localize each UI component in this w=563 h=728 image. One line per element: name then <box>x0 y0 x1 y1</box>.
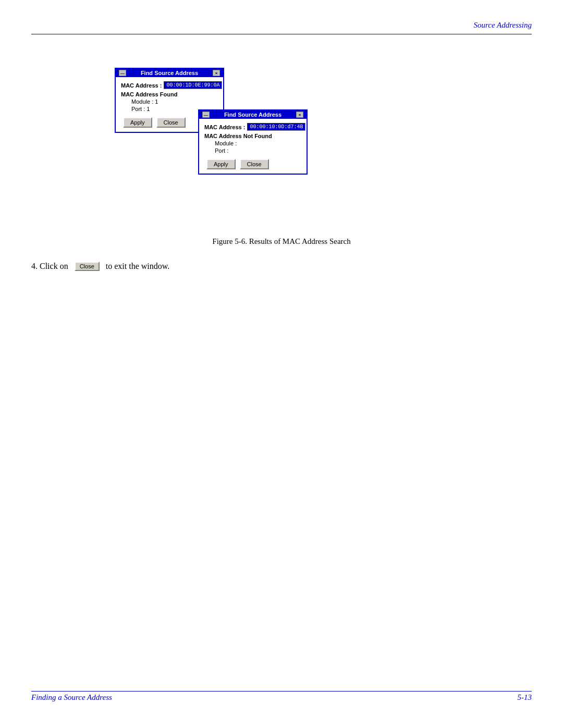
dialog-1-mac-value: 00:00:1D:0E:99:0A <box>164 81 222 89</box>
dialog-2-close-btn[interactable]: × <box>296 112 303 118</box>
dialog-2-controls: — <box>202 112 210 118</box>
dialog-1-close-button[interactable]: Close <box>156 117 186 128</box>
dialog-2-port: Port : <box>215 147 301 154</box>
dialog-1-mac-label: MAC Address : <box>121 82 162 89</box>
dialog-2-mac-label: MAC Address : <box>204 124 245 130</box>
dialog-1-status: MAC Address Found <box>121 91 218 97</box>
content-area: — Find Source Address × MAC Address : 00… <box>31 47 532 271</box>
dialog-2-body: MAC Address : 00:00:10:0D:d7:4B MAC Addr… <box>199 119 307 174</box>
dialog-1-module: Module : 1 <box>131 98 218 105</box>
dialog-1-controls: — <box>119 70 126 76</box>
dialog-1-apply-button[interactable]: Apply <box>123 117 152 128</box>
dialog-2-minimize-btn[interactable]: — <box>202 112 210 118</box>
figures-container: — Find Source Address × MAC Address : 00… <box>31 63 532 229</box>
dialog-2-apply-button[interactable]: Apply <box>206 159 236 169</box>
dialog-2-mac-row: MAC Address : 00:00:10:0D:d7:4B <box>204 123 301 131</box>
step4-text-after: to exit the window. <box>106 262 170 271</box>
dialog-1-close-btn[interactable]: × <box>213 70 220 76</box>
footer-left: Finding a Source Address <box>31 693 112 702</box>
footer-right: 5-13 <box>518 693 532 702</box>
dialog-2-button-row: Apply Close <box>204 159 301 169</box>
step4-text-before: 4. Click on <box>31 262 68 271</box>
dialog-1-title: Find Source Address <box>141 70 198 76</box>
figure-caption: Figure 5-6. Results of MAC Address Searc… <box>31 237 532 246</box>
dialog-2-mac-value: 00:00:10:0D:d7:4B <box>247 123 305 131</box>
dialog-2-module: Module : <box>215 140 301 146</box>
dialog-2-close-button[interactable]: Close <box>240 159 269 169</box>
page-header-title: Source Addressing <box>473 21 532 30</box>
dialog-1-titlebar: — Find Source Address × <box>116 69 223 77</box>
dialog-window-2: — Find Source Address × MAC Address : 00… <box>198 109 308 175</box>
header-divider <box>31 34 532 34</box>
dialog-2-status: MAC Address Not Found <box>204 133 301 139</box>
footer-divider <box>31 691 532 692</box>
dialog-1-mac-row: MAC Address : 00:00:1D:0E:99:0A <box>121 81 218 89</box>
dialog-2-title: Find Source Address <box>224 112 282 118</box>
step4-close-button-inline: Close <box>75 262 100 271</box>
step4-instruction: 4. Click on Close to exit the window. <box>31 262 532 271</box>
dialog-2-titlebar: — Find Source Address × <box>199 110 307 119</box>
dialog-1-minimize-btn[interactable]: — <box>119 70 126 76</box>
